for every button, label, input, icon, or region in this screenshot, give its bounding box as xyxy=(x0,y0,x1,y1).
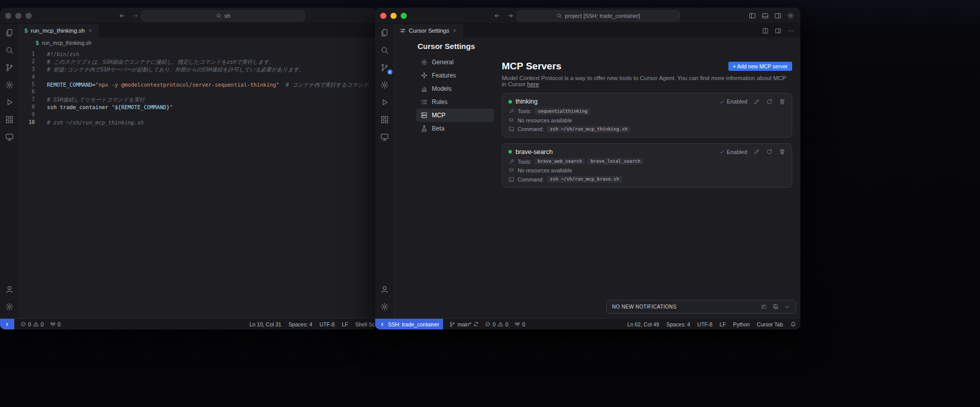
cursor-tab-indicator[interactable]: Cursor Tab xyxy=(757,321,783,327)
delete-server-icon[interactable] xyxy=(779,148,786,155)
indentation[interactable]: Spaces: 4 xyxy=(666,321,690,327)
mcp-info-link[interactable]: here xyxy=(527,81,539,87)
command-center-search[interactable]: project [SSH: trade_container] xyxy=(517,10,680,21)
tool-chip: brave_web_search xyxy=(534,158,585,165)
refresh-server-icon[interactable] xyxy=(766,148,773,155)
server-name: brave-search xyxy=(516,148,553,156)
clear-all-notifications-icon[interactable] xyxy=(761,303,767,310)
minimize-window-button[interactable] xyxy=(15,13,21,19)
mute-notifications-icon[interactable] xyxy=(772,303,779,310)
activity-remote-explorer[interactable] xyxy=(0,128,19,145)
notifications-bell-icon[interactable] xyxy=(790,321,796,327)
delete-server-icon[interactable] xyxy=(779,98,786,105)
zoom-window-button[interactable] xyxy=(26,13,32,19)
check-icon xyxy=(719,99,725,105)
settings-nav-general[interactable]: General xyxy=(416,56,494,69)
breadcrumb[interactable]: $ run_mcp_thinking.sh xyxy=(19,37,376,48)
tools-label: Tools: xyxy=(518,159,531,165)
ports-indicator[interactable]: 0 xyxy=(50,321,61,327)
refresh-server-icon[interactable] xyxy=(766,98,773,105)
close-window-button[interactable] xyxy=(380,13,386,19)
code-editor[interactable]: 12345678910 #!/bin/zsh# このスクリプトは、SSH経由でコ… xyxy=(19,48,376,318)
remote-indicator[interactable]: SSH: trade_container xyxy=(375,319,443,329)
activity-source-control[interactable]: 8 xyxy=(375,59,395,76)
edit-server-icon[interactable] xyxy=(753,98,760,105)
settings-nav-rules[interactable]: Rules xyxy=(416,95,494,109)
server-enabled-toggle[interactable]: Enabled xyxy=(719,98,747,105)
back-arrow-icon[interactable] xyxy=(118,12,126,19)
activity-source-control[interactable] xyxy=(0,59,19,76)
settings-nav-features[interactable]: Features xyxy=(416,69,494,82)
radio-tower-icon xyxy=(514,321,520,327)
encoding[interactable]: UTF-8 xyxy=(320,321,335,327)
activity-manage[interactable] xyxy=(0,298,19,315)
close-tab-icon[interactable] xyxy=(452,28,457,33)
activity-run-debug[interactable] xyxy=(375,93,395,111)
toggle-secondary-sidebar-icon[interactable] xyxy=(774,12,781,19)
ports-indicator[interactable]: 0 xyxy=(514,321,525,327)
eol[interactable]: LF xyxy=(342,321,348,327)
zoom-window-button[interactable] xyxy=(401,13,407,19)
activity-accounts[interactable] xyxy=(375,281,395,298)
toggle-panel-icon[interactable] xyxy=(762,12,769,19)
line-number: 2 xyxy=(19,58,35,66)
add-mcp-server-button[interactable]: + Add new MCP server xyxy=(728,62,792,71)
activity-explorer[interactable] xyxy=(0,24,19,41)
activity-remote-explorer[interactable] xyxy=(375,128,395,145)
settings-nav-mcp[interactable]: MCP xyxy=(416,109,494,122)
problems-indicator[interactable]: 0 0 xyxy=(485,321,508,327)
language-mode[interactable]: Python xyxy=(733,321,750,327)
collapse-notifications-icon[interactable] xyxy=(784,303,791,310)
line-number: 6 xyxy=(19,88,35,96)
tab-cursor-settings[interactable]: Cursor Settings xyxy=(395,24,463,37)
activity-search[interactable] xyxy=(375,41,395,59)
branch-indicator[interactable]: main* xyxy=(449,321,479,327)
error-icon xyxy=(20,321,26,327)
line-number: 3 xyxy=(19,66,35,73)
encoding[interactable]: UTF-8 xyxy=(697,321,713,327)
activity-settings-gear[interactable] xyxy=(375,76,395,93)
activity-accounts[interactable] xyxy=(0,281,19,298)
forward-arrow-icon[interactable] xyxy=(132,12,139,19)
toggle-sidebar-icon[interactable] xyxy=(749,12,756,19)
command-chip: zsh ~/sh/run_mcp_brave.sh xyxy=(547,176,622,183)
activity-run-debug[interactable] xyxy=(0,93,19,111)
remote-icon xyxy=(4,321,10,327)
activity-search[interactable] xyxy=(0,41,19,59)
cursor-position[interactable]: Ln 62, Col 49 xyxy=(627,321,659,327)
error-count: 0 xyxy=(28,321,31,327)
language-mode[interactable]: Shell Script xyxy=(355,321,376,327)
error-icon xyxy=(485,321,491,327)
activity-extensions[interactable] xyxy=(0,111,19,128)
sync-icon[interactable] xyxy=(473,321,479,327)
command-center-search[interactable]: sh xyxy=(141,10,305,21)
activity-settings-gear[interactable] xyxy=(0,76,19,93)
activity-manage[interactable] xyxy=(375,298,395,315)
settings-gear-icon[interactable] xyxy=(787,12,794,19)
run-debug-icon xyxy=(380,98,389,107)
edit-server-icon[interactable] xyxy=(753,148,760,155)
indentation[interactable]: Spaces: 4 xyxy=(288,321,312,327)
mcp-description-text: Model Context Protocol is a way to offer… xyxy=(502,75,786,87)
minimize-window-button[interactable] xyxy=(390,13,397,19)
code-content: #!/bin/zsh# このスクリプトは、SSH経由でコンテナに接続し、指定した… xyxy=(47,50,376,318)
split-editor-icon[interactable] xyxy=(762,28,769,34)
remote-indicator[interactable] xyxy=(0,319,14,329)
command-chip: zsh ~/sh/run_mcp_thinking.sh xyxy=(547,126,630,133)
server-enabled-toggle[interactable]: Enabled xyxy=(719,149,747,155)
close-window-button[interactable] xyxy=(5,13,11,19)
warning-icon xyxy=(498,321,503,327)
tab-run-mcp-thinking[interactable]: $ run_mcp_thinking.sh xyxy=(19,24,99,37)
cursor-position[interactable]: Ln 10, Col 31 xyxy=(250,321,281,327)
eol[interactable]: LF xyxy=(720,321,726,327)
more-actions-icon[interactable] xyxy=(788,28,794,34)
activity-extensions[interactable] xyxy=(375,111,395,128)
forward-arrow-icon[interactable] xyxy=(507,12,514,19)
settings-nav-beta[interactable]: Beta xyxy=(416,122,494,135)
settings-nav-models[interactable]: Models xyxy=(416,82,494,95)
problems-indicator[interactable]: 0 0 xyxy=(20,321,44,327)
close-tab-icon[interactable] xyxy=(88,28,93,33)
back-arrow-icon[interactable] xyxy=(494,12,501,19)
layout-icon[interactable] xyxy=(775,28,781,34)
activity-explorer[interactable] xyxy=(375,24,395,41)
